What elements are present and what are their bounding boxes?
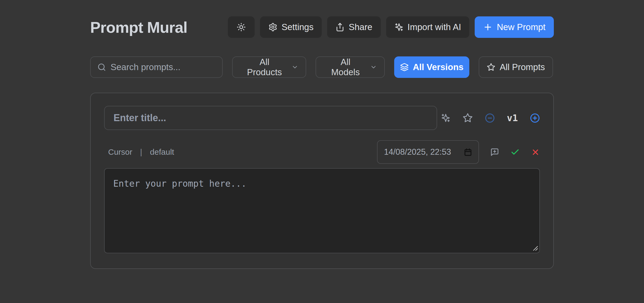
header-actions: Settings Share Import with AI New Prompt	[228, 16, 554, 38]
plus-circle-icon	[530, 113, 540, 123]
sparkles-icon	[441, 113, 451, 123]
prompt-textarea[interactable]	[104, 168, 540, 253]
share-label: Share	[349, 22, 372, 32]
x-icon	[531, 148, 540, 157]
products-filter-label: All Products	[243, 57, 286, 77]
enhance-button[interactable]	[441, 113, 451, 123]
check-icon	[510, 147, 520, 157]
version-increment-button[interactable]	[530, 113, 540, 123]
models-filter-label: All Models	[326, 57, 365, 77]
new-prompt-label: New Prompt	[497, 22, 546, 32]
meta-actions	[377, 140, 540, 164]
import-with-ai-label: Import with AI	[408, 22, 461, 32]
title-actions: v1	[441, 113, 540, 123]
confirm-button[interactable]	[510, 147, 520, 157]
share-button[interactable]: Share	[327, 16, 380, 38]
page: Prompt Mural Settings Share	[90, 0, 554, 269]
prompt-editor-card: v1 Cursor | default	[90, 93, 554, 269]
theme-toggle-button[interactable]	[228, 16, 255, 38]
meta-row: Cursor | default	[104, 140, 540, 164]
search-box	[90, 56, 223, 78]
chevron-down-icon	[291, 64, 298, 71]
app-title: Prompt Mural	[90, 18, 187, 36]
add-comment-button[interactable]	[490, 148, 499, 157]
filter-bar: All Products All Models All Versions All…	[90, 56, 554, 78]
layers-icon	[400, 63, 409, 71]
sparkles-icon	[394, 23, 404, 32]
model-label: default	[150, 147, 174, 157]
plus-icon	[483, 22, 493, 32]
version-label: v1	[507, 113, 518, 123]
sun-icon	[237, 23, 246, 32]
meta-separator: |	[140, 147, 142, 157]
star-icon	[487, 63, 495, 71]
title-input[interactable]	[104, 106, 437, 130]
datetime-input[interactable]	[384, 147, 459, 157]
all-versions-toggle[interactable]: All Versions	[394, 56, 469, 78]
share-icon	[335, 23, 345, 32]
all-versions-label: All Versions	[413, 62, 464, 72]
header: Prompt Mural Settings Share	[90, 16, 554, 38]
search-icon	[97, 63, 106, 71]
favorite-button[interactable]	[463, 113, 473, 123]
settings-button[interactable]: Settings	[260, 16, 322, 38]
datetime-field	[377, 140, 479, 164]
import-with-ai-button[interactable]: Import with AI	[386, 16, 470, 38]
calendar-icon[interactable]	[464, 148, 472, 156]
title-row: v1	[104, 106, 540, 130]
minus-circle-icon	[485, 113, 495, 123]
resize-grip-icon[interactable]	[532, 245, 538, 251]
chevron-down-icon	[370, 64, 377, 71]
message-square-plus-icon	[490, 148, 499, 157]
prompt-field-wrap	[104, 168, 540, 253]
all-prompts-label: All Prompts	[500, 62, 545, 72]
version-decrement-button[interactable]	[485, 113, 495, 123]
product-label: Cursor	[108, 147, 132, 157]
prompt-meta: Cursor | default	[104, 147, 174, 157]
gear-icon	[268, 23, 277, 32]
cancel-button[interactable]	[531, 148, 540, 157]
products-filter-select[interactable]: All Products	[232, 56, 306, 78]
models-filter-select[interactable]: All Models	[316, 56, 385, 78]
search-input[interactable]	[111, 62, 215, 72]
star-icon	[463, 113, 473, 123]
new-prompt-button[interactable]: New Prompt	[475, 16, 554, 38]
settings-label: Settings	[281, 22, 313, 32]
all-prompts-toggle[interactable]: All Prompts	[479, 56, 553, 78]
